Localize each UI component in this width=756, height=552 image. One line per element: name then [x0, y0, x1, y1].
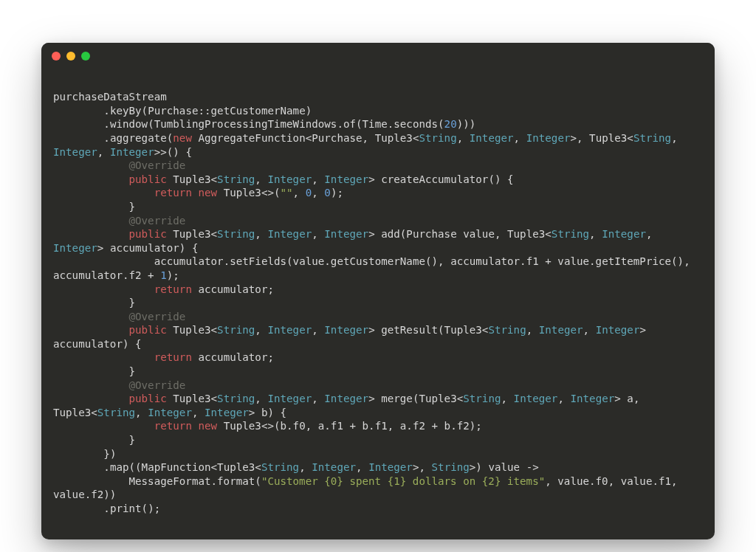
code-token: new: [173, 132, 192, 144]
code-token: Integer: [312, 461, 356, 473]
code-token: ,: [312, 187, 324, 199]
code-token: [53, 420, 154, 432]
code-token: ,: [312, 173, 324, 185]
close-icon[interactable]: [52, 52, 61, 61]
code-token: [53, 187, 154, 199]
code-token: MessageFormat.format(: [53, 475, 261, 487]
code-token: 0: [306, 187, 312, 199]
code-token: Integer: [602, 228, 646, 240]
zoom-icon[interactable]: [81, 52, 90, 61]
code-token: [53, 393, 129, 404]
code-token: Tuple3<: [167, 393, 217, 404]
code-token: @Override: [129, 159, 186, 171]
code-token: }: [53, 201, 135, 213]
code-token: Integer: [205, 407, 249, 418]
code-token: [53, 351, 154, 363]
code-token: Tuple3<: [167, 324, 217, 336]
code-token: >>() {: [154, 146, 192, 158]
code-token: Integer: [514, 393, 558, 404]
code-token: 1: [160, 269, 167, 281]
code-token: String: [633, 132, 671, 144]
code-token: return: [154, 351, 192, 363]
code-token: );: [167, 269, 179, 281]
code-token: Integer: [53, 146, 97, 158]
code-token: [53, 215, 129, 227]
code-token: String: [97, 407, 135, 418]
code-token: Integer: [324, 393, 368, 404]
code-token: > getResult(Tuple3<: [368, 324, 488, 336]
code-token: >,: [413, 461, 432, 473]
code-token: .print();: [53, 503, 160, 514]
code-token: > add(Purchase value, Tuple3<: [368, 228, 551, 240]
code-token: ,: [255, 393, 267, 404]
code-token: Integer: [570, 393, 614, 404]
code-token: ,: [255, 228, 267, 240]
code-token: AggregateFunction<Purchase, Tuple3<: [192, 132, 419, 144]
code-token: accumulator.setFields(value.getCustomerN…: [53, 255, 696, 281]
code-token: ,: [293, 187, 306, 199]
code-token: ,: [312, 228, 324, 240]
code-token: >, Tuple3<: [570, 132, 633, 144]
code-token: String: [419, 132, 456, 144]
code-token: Integer: [53, 242, 97, 254]
minimize-icon[interactable]: [66, 52, 75, 61]
code-token: Tuple3<: [167, 173, 217, 185]
code-token: Integer: [267, 173, 312, 185]
code-token: [53, 283, 154, 295]
code-token: Tuple3<>(b.f0, a.f1 + b.f1, a.f2 + b.f2)…: [217, 420, 482, 432]
code-token: ))): [457, 118, 476, 130]
code-token: @Override: [129, 215, 186, 227]
code-token: Integer: [324, 228, 368, 240]
code-token: ,: [135, 407, 148, 418]
code-token: Integer: [267, 393, 312, 404]
code-token: [53, 228, 129, 240]
code-token: 0: [324, 187, 331, 199]
code-token: ,: [589, 228, 602, 240]
code-token: [53, 324, 129, 336]
code-token: ,: [526, 324, 539, 336]
code-token: ,: [255, 173, 267, 185]
code-token: Integer: [148, 407, 192, 418]
code-token: Integer: [324, 173, 368, 185]
code-token: ,: [457, 132, 470, 144]
code-token: Tuple3<>(: [217, 187, 280, 199]
code-token: ,: [312, 324, 324, 336]
code-token: Integer: [539, 324, 583, 336]
code-token: > accumulator) {: [97, 242, 199, 254]
code-token: ,: [312, 393, 324, 404]
code-token: [53, 173, 129, 185]
code-token: ,: [255, 324, 267, 336]
code-token: .aggregate(: [53, 132, 173, 144]
code-token: .keyBy(Purchase::getCustomerName): [53, 105, 312, 117]
code-token: return: [154, 420, 192, 432]
code-token: @Override: [129, 379, 186, 391]
code-token: new: [198, 420, 217, 432]
code-token: public: [129, 324, 167, 336]
code-token: 20: [444, 118, 457, 130]
code-token: "": [281, 187, 293, 199]
code-token: .window(TumblingProcessingTimeWindows.of…: [53, 118, 444, 130]
code-block: purchaseDataStream .keyBy(Purchase::getC…: [41, 80, 715, 528]
code-token: Integer: [526, 132, 571, 144]
code-token: Integer: [596, 324, 640, 336]
code-token: Integer: [110, 146, 154, 158]
code-token: public: [129, 228, 167, 240]
code-token: Integer: [267, 228, 312, 240]
code-token: String: [551, 228, 589, 240]
code-token: ,: [514, 132, 526, 144]
code-token: ,: [299, 461, 312, 473]
code-token: String: [463, 393, 501, 404]
code-token: purchaseDataStream: [53, 91, 167, 103]
code-token: String: [261, 461, 299, 473]
code-token: >) value ->: [470, 461, 539, 473]
code-token: [53, 379, 129, 391]
code-token: public: [129, 173, 167, 185]
code-token: String: [217, 173, 255, 185]
code-token: .map((MapFunction<Tuple3<: [53, 461, 261, 473]
code-token: [53, 159, 129, 171]
code-token: String: [217, 393, 255, 404]
code-token: new: [198, 187, 217, 199]
code-token: }: [53, 297, 135, 308]
code-token: );: [331, 187, 343, 199]
code-token: ,: [646, 228, 659, 240]
